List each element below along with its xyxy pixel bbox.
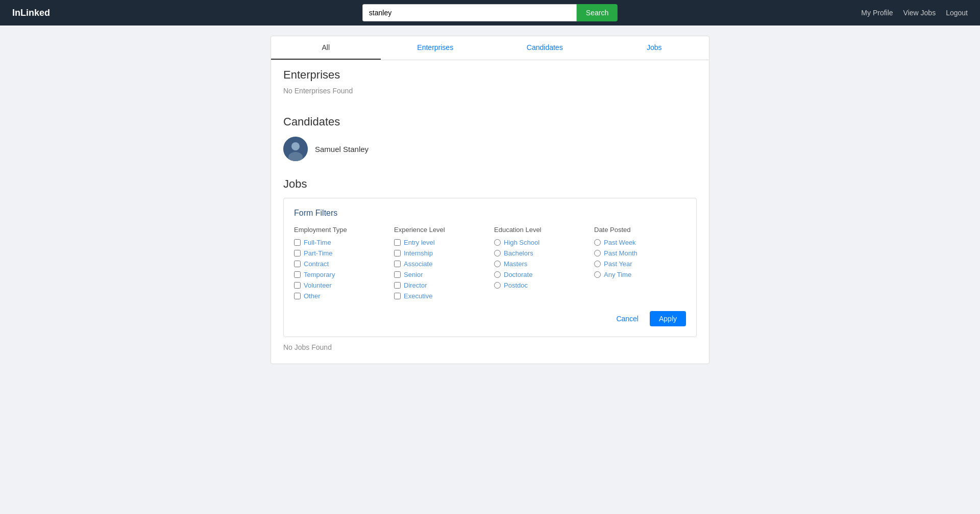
radio-masters[interactable] — [494, 261, 501, 267]
filter-volunteer[interactable]: Volunteer — [294, 281, 386, 289]
navbar: InLinked Search My Profile View Jobs Log… — [0, 0, 980, 25]
brand-logo: InLinked — [12, 8, 50, 18]
label-entry[interactable]: Entry level — [404, 239, 435, 246]
radio-highschool[interactable] — [494, 239, 501, 246]
filter-part-time[interactable]: Part-Time — [294, 249, 386, 257]
nav-links: My Profile View Jobs Logout — [861, 9, 968, 17]
label-postdoc[interactable]: Postdoc — [504, 281, 528, 289]
education-level-column: Education Level High School Bachelors Ma… — [494, 226, 586, 303]
label-senior[interactable]: Senior — [404, 271, 423, 278]
checkbox-full-time[interactable] — [294, 239, 301, 246]
label-past-month[interactable]: Past Month — [604, 249, 638, 257]
label-other[interactable]: Other — [304, 292, 321, 300]
tab-jobs[interactable]: Jobs — [600, 36, 709, 60]
label-doctorate[interactable]: Doctorate — [504, 271, 532, 278]
filter-highschool[interactable]: High School — [494, 239, 586, 246]
apply-button[interactable]: Apply — [650, 311, 686, 326]
results-container: All Enterprises Candidates Jobs Enterpri… — [271, 36, 709, 364]
label-past-week[interactable]: Past Week — [604, 239, 636, 246]
label-part-time[interactable]: Part-Time — [304, 249, 333, 257]
search-bar: Search — [362, 4, 618, 21]
view-jobs-link[interactable]: View Jobs — [903, 9, 936, 17]
checkbox-other[interactable] — [294, 293, 301, 299]
label-full-time[interactable]: Full-Time — [304, 239, 331, 246]
tab-all[interactable]: All — [271, 36, 381, 60]
label-contract[interactable]: Contract — [304, 260, 329, 268]
date-posted-column: Date Posted Past Week Past Month Past Ye… — [594, 226, 686, 303]
label-highschool[interactable]: High School — [504, 239, 540, 246]
checkbox-senior[interactable] — [394, 271, 401, 278]
enterprises-no-result: No Enterprises Found — [283, 87, 697, 95]
candidate-name: Samuel Stanley — [315, 145, 369, 153]
radio-past-week[interactable] — [594, 239, 601, 246]
tabs-bar: All Enterprises Candidates Jobs — [271, 36, 709, 60]
checkbox-internship[interactable] — [394, 250, 401, 256]
label-bachelors[interactable]: Bachelors — [504, 249, 533, 257]
education-level-label: Education Level — [494, 226, 586, 234]
label-volunteer[interactable]: Volunteer — [304, 281, 332, 289]
filter-past-month[interactable]: Past Month — [594, 249, 686, 257]
label-masters[interactable]: Masters — [504, 260, 527, 268]
radio-past-year[interactable] — [594, 261, 601, 267]
candidates-title: Candidates — [283, 115, 697, 128]
experience-level-column: Experience Level Entry level Internship … — [394, 226, 486, 303]
filter-associate[interactable]: Associate — [394, 260, 486, 268]
checkbox-contract[interactable] — [294, 261, 301, 267]
form-filters-title: Form Filters — [294, 209, 686, 218]
jobs-no-result: No Jobs Found — [283, 343, 697, 351]
cancel-button[interactable]: Cancel — [610, 312, 645, 326]
filter-postdoc[interactable]: Postdoc — [494, 281, 586, 289]
logout-link[interactable]: Logout — [946, 9, 968, 17]
label-past-year[interactable]: Past Year — [604, 260, 632, 268]
label-associate[interactable]: Associate — [404, 260, 432, 268]
employment-type-column: Employment Type Full-Time Part-Time Cont… — [294, 226, 386, 303]
experience-level-label: Experience Level — [394, 226, 486, 234]
label-executive[interactable]: Executive — [404, 292, 432, 300]
filter-senior[interactable]: Senior — [394, 271, 486, 278]
filter-director[interactable]: Director — [394, 281, 486, 289]
my-profile-link[interactable]: My Profile — [861, 9, 893, 17]
filter-masters[interactable]: Masters — [494, 260, 586, 268]
filter-past-year[interactable]: Past Year — [594, 260, 686, 268]
filters-grid: Employment Type Full-Time Part-Time Cont… — [294, 226, 686, 303]
checkbox-temporary[interactable] — [294, 271, 301, 278]
tab-candidates[interactable]: Candidates — [490, 36, 600, 60]
filter-any-time[interactable]: Any Time — [594, 271, 686, 278]
label-any-time[interactable]: Any Time — [604, 271, 631, 278]
form-filters: Form Filters Employment Type Full-Time P… — [283, 198, 697, 337]
candidates-section: Candidates Samuel Stanley — [271, 107, 709, 177]
filter-contract[interactable]: Contract — [294, 260, 386, 268]
label-director[interactable]: Director — [404, 281, 427, 289]
filter-bachelors[interactable]: Bachelors — [494, 249, 586, 257]
checkbox-part-time[interactable] — [294, 250, 301, 256]
filter-actions: Cancel Apply — [294, 311, 686, 326]
radio-past-month[interactable] — [594, 250, 601, 256]
checkbox-volunteer[interactable] — [294, 282, 301, 289]
label-internship[interactable]: Internship — [404, 249, 433, 257]
filter-executive[interactable]: Executive — [394, 292, 486, 300]
filter-doctorate[interactable]: Doctorate — [494, 271, 586, 278]
radio-any-time[interactable] — [594, 271, 601, 278]
filter-other[interactable]: Other — [294, 292, 386, 300]
radio-bachelors[interactable] — [494, 250, 501, 256]
search-input[interactable] — [362, 4, 577, 21]
checkbox-associate[interactable] — [394, 261, 401, 267]
checkbox-entry[interactable] — [394, 239, 401, 246]
tab-enterprises[interactable]: Enterprises — [381, 36, 491, 60]
employment-type-label: Employment Type — [294, 226, 386, 234]
avatar — [283, 137, 308, 161]
checkbox-executive[interactable] — [394, 293, 401, 299]
radio-postdoc[interactable] — [494, 282, 501, 289]
checkbox-director[interactable] — [394, 282, 401, 289]
main-content: All Enterprises Candidates Jobs Enterpri… — [0, 25, 980, 374]
search-button[interactable]: Search — [577, 4, 618, 21]
filter-past-week[interactable]: Past Week — [594, 239, 686, 246]
label-temporary[interactable]: Temporary — [304, 271, 335, 278]
filter-entry[interactable]: Entry level — [394, 239, 486, 246]
candidate-item[interactable]: Samuel Stanley — [283, 134, 697, 169]
filter-internship[interactable]: Internship — [394, 249, 486, 257]
radio-doctorate[interactable] — [494, 271, 501, 278]
filter-full-time[interactable]: Full-Time — [294, 239, 386, 246]
jobs-section: Jobs Form Filters Employment Type Full-T… — [271, 177, 709, 364]
filter-temporary[interactable]: Temporary — [294, 271, 386, 278]
